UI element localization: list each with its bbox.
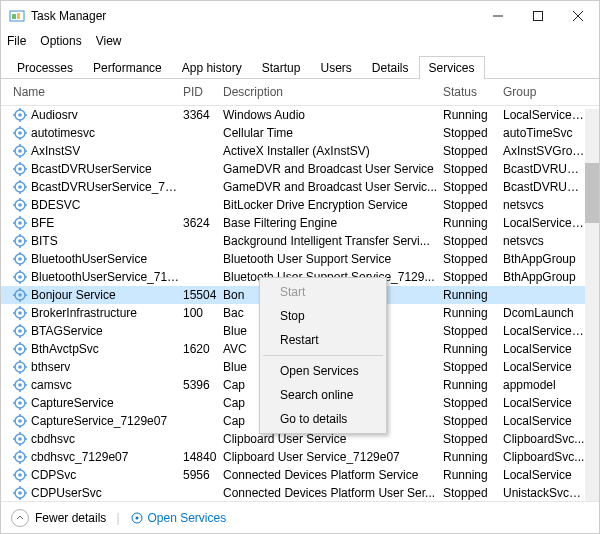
service-pid: 14840: [183, 448, 223, 466]
service-name: bthserv: [31, 358, 70, 376]
tab-details[interactable]: Details: [362, 56, 419, 79]
table-row[interactable]: CDPSvc5956Connected Devices Platform Ser…: [1, 466, 599, 484]
menu-separator: [263, 355, 383, 356]
table-row[interactable]: cbdhsvc_7129e0714840Clipboard User Servi…: [1, 448, 599, 466]
service-status: Stopped: [443, 484, 503, 500]
menu-options[interactable]: Options: [40, 34, 81, 48]
fewer-details-link[interactable]: Fewer details: [35, 511, 106, 525]
service-status: Stopped: [443, 196, 503, 214]
menu-view[interactable]: View: [96, 34, 122, 48]
service-name: Audiosrv: [31, 106, 78, 124]
table-row[interactable]: BFE3624Base Filtering EngineRunningLocal…: [1, 214, 599, 232]
menu-item-search-online[interactable]: Search online: [262, 383, 384, 407]
header-group[interactable]: Group: [503, 85, 585, 99]
service-pid: 5956: [183, 466, 223, 484]
service-group: BthAppGroup: [503, 250, 585, 268]
header-description[interactable]: Description: [223, 85, 443, 99]
service-status: Running: [443, 286, 503, 304]
service-name: BthAvctpSvc: [31, 340, 99, 358]
open-services-link[interactable]: Open Services: [130, 511, 227, 525]
table-row[interactable]: BDESVCBitLocker Drive Encryption Service…: [1, 196, 599, 214]
menu-item-stop[interactable]: Stop: [262, 304, 384, 328]
svg-rect-4: [534, 12, 543, 21]
svg-point-44: [18, 221, 22, 225]
service-description: GameDVR and Broadcast User Servic...: [223, 178, 443, 196]
service-group: LocalService: [503, 358, 585, 376]
header-pid[interactable]: PID: [183, 85, 223, 99]
close-button[interactable]: [558, 1, 598, 31]
gear-icon: [13, 126, 27, 140]
service-description: Bluetooth User Support Service: [223, 250, 443, 268]
gear-icon: [13, 450, 27, 464]
service-group: BcastDVRUser...: [503, 160, 585, 178]
service-name: Bonjour Service: [31, 286, 116, 304]
menu-item-restart[interactable]: Restart: [262, 328, 384, 352]
table-row[interactable]: AxInstSVActiveX Installer (AxInstSV)Stop…: [1, 142, 599, 160]
svg-point-122: [18, 455, 22, 459]
service-description: Clipboard User Service_7129e07: [223, 448, 443, 466]
service-description: GameDVR and Broadcast User Service: [223, 160, 443, 178]
gear-icon: [13, 414, 27, 428]
gear-icon: [13, 108, 27, 122]
menu-file[interactable]: File: [7, 34, 26, 48]
service-status: Running: [443, 304, 503, 322]
header-name[interactable]: Name: [13, 85, 183, 99]
service-group: UnistackSvcGr...: [503, 484, 585, 500]
svg-point-128: [18, 473, 22, 477]
svg-point-20: [18, 149, 22, 153]
table-row[interactable]: Audiosrv3364Windows AudioRunningLocalSer…: [1, 106, 599, 124]
tab-app-history[interactable]: App history: [172, 56, 252, 79]
gear-icon: [13, 270, 27, 284]
table-row[interactable]: BITSBackground Intelligent Transfer Serv…: [1, 232, 599, 250]
table-row[interactable]: BcastDVRUserServiceGameDVR and Broadcast…: [1, 160, 599, 178]
menu-item-open-services[interactable]: Open Services: [262, 359, 384, 383]
header-status[interactable]: Status: [443, 85, 503, 99]
scrollbar-thumb[interactable]: [585, 163, 599, 223]
svg-point-14: [18, 131, 22, 135]
titlebar: Task Manager: [1, 1, 599, 31]
svg-point-26: [18, 167, 22, 171]
service-status: Stopped: [443, 178, 503, 196]
service-name: camsvc: [31, 376, 72, 394]
gear-icon: [13, 468, 27, 482]
table-row[interactable]: CDPUserSvcConnected Devices Platform Use…: [1, 484, 599, 500]
table-row[interactable]: BcastDVRUserService_7129e...GameDVR and …: [1, 178, 599, 196]
tab-users[interactable]: Users: [310, 56, 361, 79]
service-description: Connected Devices Platform Service: [223, 466, 443, 484]
menu-item-go-to-details[interactable]: Go to details: [262, 407, 384, 431]
tabs: Processes Performance App history Startu…: [1, 55, 599, 79]
chevron-up-icon[interactable]: [11, 509, 29, 527]
service-pid: 3624: [183, 214, 223, 232]
service-name: AxInstSV: [31, 142, 80, 160]
tab-startup[interactable]: Startup: [252, 56, 311, 79]
minimize-button[interactable]: [478, 1, 518, 31]
service-description: Base Filtering Engine: [223, 214, 443, 232]
maximize-button[interactable]: [518, 1, 558, 31]
svg-point-50: [18, 239, 22, 243]
tab-performance[interactable]: Performance: [83, 56, 172, 79]
gear-icon: [13, 306, 27, 320]
service-pid: 15504: [183, 286, 223, 304]
gear-icon: [13, 144, 27, 158]
service-group: LocalServiceN...: [503, 106, 585, 124]
svg-point-86: [18, 347, 22, 351]
open-services-label: Open Services: [148, 511, 227, 525]
service-group: LocalServiceN...: [503, 214, 585, 232]
service-group: autoTimeSvc: [503, 124, 585, 142]
svg-point-146: [135, 516, 138, 519]
table-row[interactable]: BluetoothUserServiceBluetooth User Suppo…: [1, 250, 599, 268]
svg-point-134: [18, 491, 22, 495]
service-status: Running: [443, 214, 503, 232]
service-group: LocalServiceN...: [503, 322, 585, 340]
service-group: LocalService: [503, 394, 585, 412]
service-name: autotimesvc: [31, 124, 95, 142]
tab-processes[interactable]: Processes: [7, 56, 83, 79]
scrollbar[interactable]: [585, 109, 599, 509]
table-row[interactable]: autotimesvcCellular TimeStoppedautoTimeS…: [1, 124, 599, 142]
svg-point-8: [18, 113, 22, 117]
window-title: Task Manager: [31, 9, 478, 23]
tab-services[interactable]: Services: [419, 56, 485, 79]
service-group: BcastDVRUser...: [503, 178, 585, 196]
gear-icon: [13, 486, 27, 500]
svg-point-92: [18, 365, 22, 369]
